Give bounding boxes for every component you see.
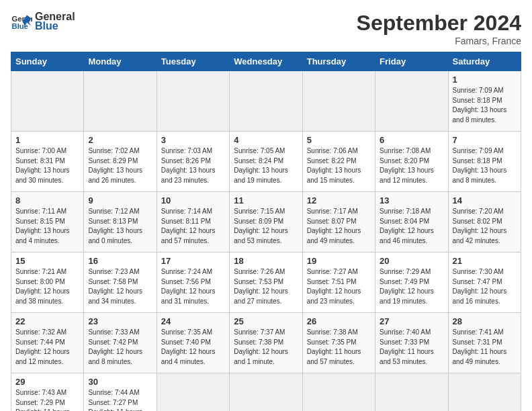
day-number: 22 xyxy=(15,316,79,326)
day-number: 11 xyxy=(234,195,298,205)
day-number: 19 xyxy=(307,256,371,266)
col-header-friday: Friday xyxy=(375,52,448,71)
calendar-cell xyxy=(302,71,375,132)
day-number: 20 xyxy=(380,256,443,266)
calendar-cell: 19Sunrise: 7:27 AMSunset: 7:51 PMDayligh… xyxy=(302,253,375,313)
day-number: 10 xyxy=(161,195,225,205)
calendar-cell: 4Sunrise: 7:05 AMSunset: 8:24 PMDaylight… xyxy=(230,132,302,192)
calendar-cell: 8Sunrise: 7:11 AMSunset: 8:15 PMDaylight… xyxy=(11,192,84,253)
day-number: 26 xyxy=(307,316,371,326)
col-header-sunday: Sunday xyxy=(11,52,84,71)
day-number: 27 xyxy=(380,316,443,326)
day-number: 21 xyxy=(453,256,517,266)
day-detail: Sunrise: 7:23 AMSunset: 7:58 PMDaylight:… xyxy=(88,267,152,306)
calendar-cell xyxy=(157,71,229,132)
calendar-table: SundayMondayTuesdayWednesdayThursdayFrid… xyxy=(11,52,521,411)
calendar-cell xyxy=(157,373,229,412)
day-number: 28 xyxy=(453,316,517,326)
day-number: 1 xyxy=(15,135,79,145)
day-number: 12 xyxy=(307,195,371,205)
day-number: 7 xyxy=(453,135,517,145)
calendar-cell: 16Sunrise: 7:23 AMSunset: 7:58 PMDayligh… xyxy=(84,253,157,313)
calendar-week-4: 15Sunrise: 7:21 AMSunset: 8:00 PMDayligh… xyxy=(11,253,521,313)
calendar-cell: 7Sunrise: 7:09 AMSunset: 8:18 PMDaylight… xyxy=(448,132,521,192)
day-detail: Sunrise: 7:24 AMSunset: 7:56 PMDaylight:… xyxy=(161,267,225,306)
col-header-thursday: Thursday xyxy=(302,52,375,71)
calendar-cell: 23Sunrise: 7:33 AMSunset: 7:42 PMDayligh… xyxy=(84,313,157,373)
calendar-cell xyxy=(230,71,302,132)
day-number: 6 xyxy=(380,135,443,145)
calendar-cell: 29Sunrise: 7:43 AMSunset: 7:29 PMDayligh… xyxy=(11,373,84,412)
title-area: September 2024 Famars, France xyxy=(357,11,521,46)
calendar-week-3: 8Sunrise: 7:11 AMSunset: 8:15 PMDaylight… xyxy=(11,192,521,253)
col-header-wednesday: Wednesday xyxy=(230,52,302,71)
day-number: 2 xyxy=(88,135,152,145)
calendar-cell: 2Sunrise: 7:02 AMSunset: 8:29 PMDaylight… xyxy=(84,132,157,192)
day-number: 29 xyxy=(15,377,79,387)
calendar-cell xyxy=(448,373,521,412)
day-detail: Sunrise: 7:44 AMSunset: 7:27 PMDaylight:… xyxy=(88,388,152,411)
calendar-cell: 30Sunrise: 7:44 AMSunset: 7:27 PMDayligh… xyxy=(84,373,157,412)
calendar-week-2: 1Sunrise: 7:00 AMSunset: 8:31 PMDaylight… xyxy=(11,132,521,192)
day-number: 13 xyxy=(380,195,443,205)
col-header-monday: Monday xyxy=(84,52,157,71)
day-number: 9 xyxy=(88,195,152,205)
day-number: 15 xyxy=(15,256,79,266)
calendar-cell: 6Sunrise: 7:08 AMSunset: 8:20 PMDaylight… xyxy=(375,132,448,192)
logo-icon: General Blue xyxy=(11,11,32,32)
day-detail: Sunrise: 7:41 AMSunset: 7:31 PMDaylight:… xyxy=(453,328,517,367)
day-detail: Sunrise: 7:06 AMSunset: 8:22 PMDaylight:… xyxy=(307,146,371,185)
calendar-cell xyxy=(302,373,375,412)
day-detail: Sunrise: 7:08 AMSunset: 8:20 PMDaylight:… xyxy=(380,146,443,185)
day-number: 30 xyxy=(88,377,152,387)
calendar-cell: 1Sunrise: 7:00 AMSunset: 8:31 PMDaylight… xyxy=(11,132,84,192)
day-detail: Sunrise: 7:09 AMSunset: 8:18 PMDaylight:… xyxy=(453,146,517,185)
day-detail: Sunrise: 7:15 AMSunset: 8:09 PMDaylight:… xyxy=(234,207,298,246)
day-detail: Sunrise: 7:18 AMSunset: 8:04 PMDaylight:… xyxy=(380,207,443,246)
calendar-cell: 13Sunrise: 7:18 AMSunset: 8:04 PMDayligh… xyxy=(375,192,448,253)
day-number: 1 xyxy=(453,75,517,85)
day-detail: Sunrise: 7:12 AMSunset: 8:13 PMDaylight:… xyxy=(88,207,152,246)
day-detail: Sunrise: 7:30 AMSunset: 7:47 PMDaylight:… xyxy=(453,267,517,306)
col-header-tuesday: Tuesday xyxy=(157,52,229,71)
day-detail: Sunrise: 7:38 AMSunset: 7:35 PMDaylight:… xyxy=(307,328,371,367)
calendar-cell: 28Sunrise: 7:41 AMSunset: 7:31 PMDayligh… xyxy=(448,313,521,373)
calendar-cell xyxy=(375,71,448,132)
calendar-cell xyxy=(230,373,302,412)
calendar-cell: 3Sunrise: 7:03 AMSunset: 8:26 PMDaylight… xyxy=(157,132,229,192)
day-detail: Sunrise: 7:05 AMSunset: 8:24 PMDaylight:… xyxy=(234,146,298,185)
day-detail: Sunrise: 7:11 AMSunset: 8:15 PMDaylight:… xyxy=(15,207,79,246)
day-detail: Sunrise: 7:17 AMSunset: 8:07 PMDaylight:… xyxy=(307,207,371,246)
day-detail: Sunrise: 7:20 AMSunset: 8:02 PMDaylight:… xyxy=(453,207,517,246)
day-detail: Sunrise: 7:43 AMSunset: 7:29 PMDaylight:… xyxy=(15,388,79,411)
day-number: 24 xyxy=(161,316,225,326)
day-detail: Sunrise: 7:40 AMSunset: 7:33 PMDaylight:… xyxy=(380,328,443,367)
col-header-saturday: Saturday xyxy=(448,52,521,71)
day-detail: Sunrise: 7:21 AMSunset: 8:00 PMDaylight:… xyxy=(15,267,79,306)
logo: General Blue General Blue xyxy=(11,11,75,32)
calendar-cell xyxy=(11,71,84,132)
calendar-cell: 15Sunrise: 7:21 AMSunset: 8:00 PMDayligh… xyxy=(11,253,84,313)
day-number: 23 xyxy=(88,316,152,326)
day-detail: Sunrise: 7:03 AMSunset: 8:26 PMDaylight:… xyxy=(161,146,225,185)
calendar-cell: 17Sunrise: 7:24 AMSunset: 7:56 PMDayligh… xyxy=(157,253,229,313)
calendar-cell: 20Sunrise: 7:29 AMSunset: 7:49 PMDayligh… xyxy=(375,253,448,313)
calendar-cell: 22Sunrise: 7:32 AMSunset: 7:44 PMDayligh… xyxy=(11,313,84,373)
calendar-week-1: 1Sunrise: 7:09 AMSunset: 8:18 PMDaylight… xyxy=(11,71,521,132)
day-detail: Sunrise: 7:14 AMSunset: 8:11 PMDaylight:… xyxy=(161,207,225,246)
logo-blue: Blue xyxy=(35,20,75,32)
day-number: 8 xyxy=(15,195,79,205)
header: General Blue General Blue September 2024… xyxy=(11,11,521,46)
calendar-cell: 14Sunrise: 7:20 AMSunset: 8:02 PMDayligh… xyxy=(448,192,521,253)
calendar-cell: 10Sunrise: 7:14 AMSunset: 8:11 PMDayligh… xyxy=(157,192,229,253)
day-detail: Sunrise: 7:00 AMSunset: 8:31 PMDaylight:… xyxy=(15,146,79,185)
day-number: 16 xyxy=(88,256,152,266)
calendar-cell: 21Sunrise: 7:30 AMSunset: 7:47 PMDayligh… xyxy=(448,253,521,313)
day-number: 14 xyxy=(453,195,517,205)
month-year: September 2024 xyxy=(357,11,521,36)
calendar-week-6: 29Sunrise: 7:43 AMSunset: 7:29 PMDayligh… xyxy=(11,373,521,412)
day-detail: Sunrise: 7:35 AMSunset: 7:40 PMDaylight:… xyxy=(161,328,225,367)
calendar-cell: 18Sunrise: 7:26 AMSunset: 7:53 PMDayligh… xyxy=(230,253,302,313)
day-detail: Sunrise: 7:26 AMSunset: 7:53 PMDaylight:… xyxy=(234,267,298,306)
day-number: 5 xyxy=(307,135,371,145)
